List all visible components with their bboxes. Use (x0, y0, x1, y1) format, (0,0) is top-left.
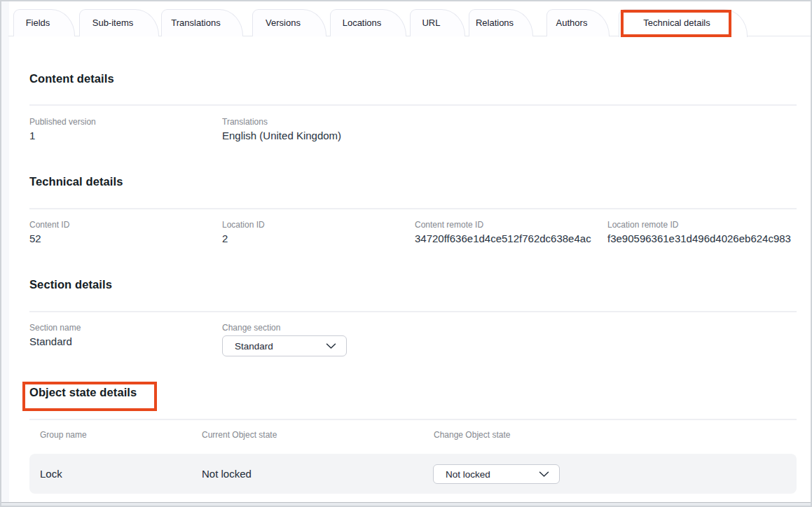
field-label: Location remote ID (607, 220, 791, 230)
section-divider (29, 208, 797, 209)
change-section-select[interactable]: Standard (222, 335, 347, 356)
column-header-group-name: Group name (40, 430, 87, 440)
section-divider (29, 419, 797, 420)
tab-label: Fields (26, 18, 50, 28)
page-left-margin (1, 1, 9, 502)
tab-label: Authors (556, 18, 588, 28)
field-value: 52 (29, 232, 69, 244)
field-label: Section name (29, 323, 81, 333)
tab-locations[interactable]: Locations (330, 9, 406, 36)
field-label: Published version (29, 117, 96, 127)
field-label: Content remote ID (415, 220, 591, 230)
tab-relations[interactable]: Relations (469, 9, 533, 36)
technical-details-page: Fields Sub-items Translations Versions L… (0, 0, 812, 507)
field-value: Standard (29, 335, 81, 347)
tab-label: Technical details (643, 18, 710, 28)
published-version-field: Published version 1 (29, 117, 96, 141)
translations-field: Translations English (United Kingdom) (222, 117, 341, 141)
tab-translations[interactable]: Translations (161, 9, 243, 36)
tab-authors[interactable]: Authors (546, 9, 610, 36)
technical-details-heading: Technical details (29, 175, 123, 188)
tab-bar: Fields Sub-items Translations Versions L… (1, 1, 811, 36)
current-state-cell: Not locked (202, 454, 252, 494)
tab-label: Translations (171, 18, 220, 28)
tab-sub-items[interactable]: Sub-items (79, 9, 159, 36)
group-name-cell: Lock (40, 454, 62, 494)
tab-label: Locations (343, 18, 382, 28)
table-row: Lock Not locked Not locked (29, 454, 797, 494)
location-id-field: Location ID 2 (222, 220, 265, 244)
field-label: Content ID (29, 220, 69, 230)
field-value: f3e90596361e31d496d4026eb624c983 (607, 232, 791, 244)
select-value: Not locked (446, 469, 490, 480)
field-value: English (United Kingdom) (222, 130, 341, 141)
content-details-heading: Content details (29, 72, 114, 85)
tab-label: URL (422, 18, 440, 28)
tab-technical-details[interactable]: Technical details (619, 9, 748, 37)
object-state-details-heading: Object state details (29, 386, 137, 399)
field-value: 2 (222, 232, 265, 244)
content-remote-id-field: Content remote ID 34720ff636e1d4ce512f76… (415, 220, 591, 244)
select-value: Standard (235, 341, 273, 352)
tab-url[interactable]: URL (410, 9, 465, 36)
field-value: 34720ff636e1d4ce512f762dc638e4ac (415, 232, 591, 244)
column-header-change-state: Change Object state (434, 430, 510, 440)
section-name-field: Section name Standard (29, 323, 81, 347)
column-header-current-state: Current Object state (202, 430, 277, 440)
tab-fields[interactable]: Fields (13, 9, 75, 36)
field-label: Change section (222, 323, 280, 333)
chevron-down-icon (539, 471, 549, 478)
field-label: Location ID (222, 220, 265, 230)
tab-label: Versions (266, 18, 301, 28)
change-section-field: Change section (222, 323, 280, 335)
field-label: Translations (222, 117, 341, 127)
tab-versions[interactable]: Versions (252, 9, 326, 36)
section-details-heading: Section details (29, 278, 112, 291)
tab-label: Sub-items (92, 18, 134, 28)
field-value: 1 (29, 130, 96, 141)
content-id-field: Content ID 52 (29, 220, 69, 244)
page-bottom-margin (1, 502, 811, 506)
chevron-down-icon (326, 343, 336, 349)
change-object-state-select[interactable]: Not locked (433, 464, 560, 484)
location-remote-id-field: Location remote ID f3e90596361e31d496d40… (607, 220, 791, 244)
tab-label: Relations (476, 18, 514, 28)
section-divider (29, 104, 797, 106)
section-divider (29, 311, 797, 312)
